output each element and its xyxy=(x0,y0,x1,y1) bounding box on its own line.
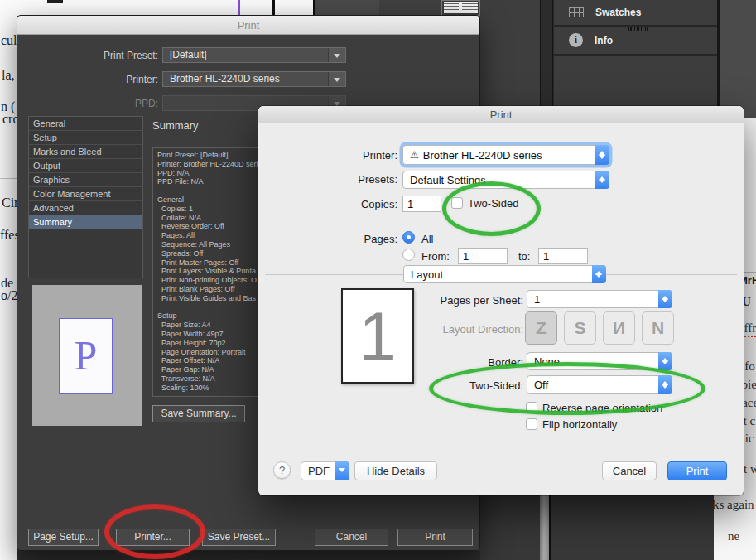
page-edge-line xyxy=(272,0,275,16)
flip-horizontally-checkbox[interactable] xyxy=(526,418,537,430)
app-background xyxy=(379,0,441,16)
presets-label: Presets: xyxy=(258,173,397,186)
hide-details-button[interactable]: Hide Details xyxy=(354,461,437,480)
to-label: to: xyxy=(518,250,530,263)
green-annotation-oval-two-sided-select xyxy=(429,362,705,415)
print-button[interactable]: Print xyxy=(397,529,473,546)
to-input[interactable] xyxy=(538,248,588,264)
stepper-icon[interactable] xyxy=(658,290,672,308)
document-rule xyxy=(744,272,756,273)
stepper-icon[interactable] xyxy=(595,145,609,165)
warning-icon: ⚠ xyxy=(410,149,419,161)
layout-direction-label: Layout Direction: xyxy=(358,323,523,336)
help-button[interactable]: ? xyxy=(273,461,291,479)
dropdown-arrow-icon xyxy=(328,72,345,86)
pages-per-sheet-value: 1 xyxy=(534,293,540,306)
dialog-title: Print xyxy=(258,106,744,123)
printer-value: Brother HL-2240D series xyxy=(170,73,280,84)
printer-label: Printer: xyxy=(34,74,158,85)
copies-label: Copies: xyxy=(258,198,397,210)
document-left-edge xyxy=(0,0,17,560)
settings-section-item[interactable]: Graphics xyxy=(29,173,142,187)
chevron-down-icon xyxy=(335,461,349,480)
layout-direction-option[interactable]: N xyxy=(642,311,674,345)
save-summary-button[interactable]: Save Summary... xyxy=(152,405,245,422)
page-thumbnail xyxy=(441,0,480,16)
stepper-icon[interactable] xyxy=(592,265,606,283)
settings-section-list: GeneralSetupMarks and BleedOutputGraphic… xyxy=(28,116,143,278)
dialog-title: Print xyxy=(17,16,479,35)
settings-section-item[interactable]: Color Management xyxy=(29,187,142,201)
print-preset-label: Print Preset: xyxy=(34,50,158,61)
dropdown-arrow-icon xyxy=(328,48,345,62)
layout-direction-option[interactable]: S xyxy=(564,311,596,345)
layout-direction-option[interactable]: И xyxy=(603,311,635,345)
vertical-scrollbar[interactable] xyxy=(540,495,549,560)
app-background xyxy=(17,551,480,560)
pdf-label: PDF xyxy=(301,462,336,480)
from-label: From: xyxy=(421,250,450,263)
print-preset-value: [Default] xyxy=(170,49,207,60)
summary-heading: Summary xyxy=(152,119,199,132)
printer-select[interactable]: ⚠ Brother HL-2240D series xyxy=(402,145,609,165)
print-button[interactable]: Print xyxy=(667,461,727,480)
print-dialog-macos: Print Printer: ⚠ Brother HL-2240D series… xyxy=(258,106,744,495)
info-icon: i xyxy=(569,33,583,47)
panel-dock: Swatches i Info xyxy=(553,0,717,109)
pages-all-radio[interactable] xyxy=(402,231,415,244)
settings-section-item[interactable]: Summary xyxy=(29,215,142,229)
pdf-menu-button[interactable]: PDF xyxy=(301,461,349,480)
stepper-icon[interactable] xyxy=(658,352,672,370)
panel-label: Info xyxy=(595,35,613,46)
app-background xyxy=(480,495,714,560)
layout-direction-options: ZSИN xyxy=(525,311,674,345)
document-rule xyxy=(0,178,17,179)
printer-label: Printer: xyxy=(258,149,397,162)
settings-section-item[interactable]: Output xyxy=(29,159,142,173)
pages-per-sheet-label: Pages per Sheet: xyxy=(358,294,523,307)
page-setup-button[interactable]: Page Setup... xyxy=(28,529,99,546)
preview-page-letter: P xyxy=(59,318,113,394)
printer-select[interactable]: Brother HL-2240D series xyxy=(162,71,346,87)
panel-grip-handle[interactable] xyxy=(628,27,648,31)
ppd-label: PPD: xyxy=(34,98,158,109)
green-annotation-oval-two-sided-checkbox xyxy=(442,181,541,236)
app-background xyxy=(720,0,756,118)
app-background xyxy=(315,0,379,16)
pages-from-radio[interactable] xyxy=(402,249,415,261)
settings-section-item[interactable]: General xyxy=(29,117,142,131)
print-preview-thumbnail: P xyxy=(32,285,142,426)
print-preset-select[interactable]: [Default] xyxy=(162,47,346,63)
layout-direction-option[interactable]: Z xyxy=(525,311,557,345)
printer-value: Brother HL-2240D series xyxy=(423,149,542,162)
swatches-icon xyxy=(569,7,584,17)
settings-section-item[interactable]: Advanced xyxy=(29,201,142,215)
screen: culla,n (croCirffesde 1o/2 MrHUoffru foo… xyxy=(0,0,756,560)
cancel-button[interactable]: Cancel xyxy=(602,461,657,480)
settings-section-item[interactable]: Setup xyxy=(29,131,142,145)
window-edge-line xyxy=(549,495,551,560)
pages-label: Pages: xyxy=(258,233,397,245)
flip-horizontally-label: Flip horizontally xyxy=(542,418,617,431)
save-preset-button[interactable]: Save Preset... xyxy=(202,529,276,546)
from-input[interactable] xyxy=(458,248,508,264)
pages-per-sheet-select[interactable]: 1 xyxy=(527,290,672,308)
guide-line-purple xyxy=(238,0,240,16)
stepper-icon[interactable] xyxy=(595,171,609,189)
settings-pane-value: Layout xyxy=(411,268,443,281)
panel-label: Swatches xyxy=(595,7,641,18)
settings-pane-select[interactable]: Layout xyxy=(403,265,606,283)
document-text-cut xyxy=(47,0,63,3)
settings-section-item[interactable]: Marks and Bleed xyxy=(29,145,142,159)
panel-divider xyxy=(540,0,553,109)
cancel-button[interactable]: Cancel xyxy=(315,529,388,546)
pages-all-label: All xyxy=(421,233,433,245)
copies-input[interactable] xyxy=(402,196,441,212)
panel-tab-swatches[interactable]: Swatches xyxy=(554,0,717,27)
red-annotation-oval xyxy=(104,504,205,559)
